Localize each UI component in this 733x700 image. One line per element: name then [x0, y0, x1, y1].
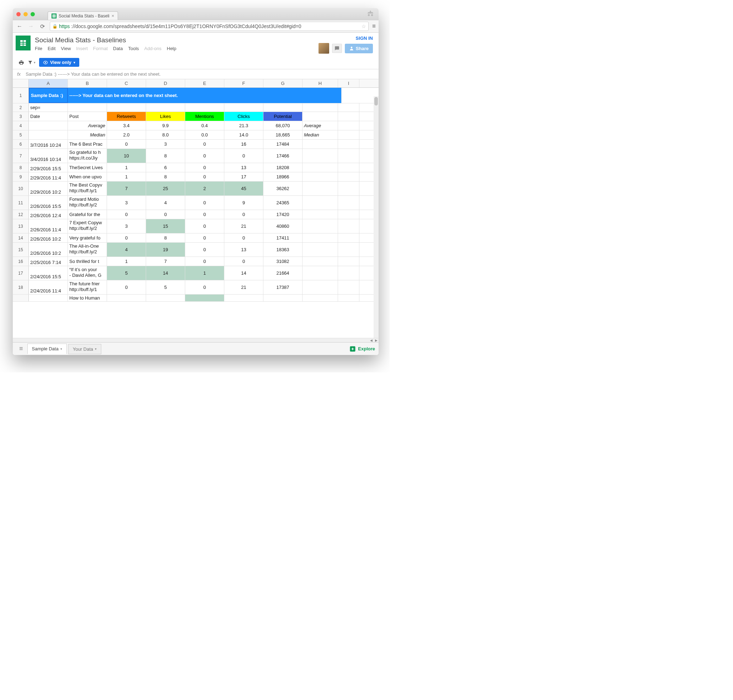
close-tab-icon[interactable]: × [112, 13, 115, 19]
cell[interactable]: 0 [185, 280, 224, 294]
cell[interactable]: 2/29/2016 11:4 [29, 172, 68, 181]
cell[interactable]: 6 [146, 163, 185, 172]
cell[interactable]: 31082 [263, 257, 303, 266]
cell[interactable]: 16 [224, 140, 263, 149]
cell[interactable]: “If it’s on your - David Allen, G [68, 266, 107, 280]
cell[interactable]: The Best Copyvhttp://buff.ly/1 [68, 182, 107, 196]
cell[interactable]: 0 [224, 210, 263, 219]
cell[interactable]: 0 [107, 210, 146, 219]
cell[interactable] [303, 219, 338, 233]
menu-tools[interactable]: Tools [128, 46, 138, 51]
row-header[interactable] [13, 294, 29, 301]
cell[interactable]: 17411 [263, 234, 303, 242]
cell[interactable] [303, 182, 338, 196]
cell[interactable] [185, 294, 224, 301]
row-header[interactable]: 4 [13, 121, 29, 130]
cell[interactable] [303, 172, 338, 181]
cell-banner-rest[interactable]: ------> Your data can be entered on the … [68, 88, 341, 103]
row-header[interactable]: 9 [13, 172, 29, 181]
forward-button[interactable]: → [27, 22, 35, 30]
cell[interactable] [303, 163, 338, 172]
cell[interactable]: 18966 [263, 172, 303, 181]
sheet-tab-sample-data[interactable]: Sample Data▾ [27, 344, 67, 354]
cell[interactable] [303, 149, 338, 163]
cell[interactable] [303, 266, 338, 280]
cell[interactable]: 7 [146, 257, 185, 266]
cell[interactable] [146, 294, 185, 301]
cell[interactable]: 2/26/2016 15:5 [29, 196, 68, 210]
cell[interactable] [338, 196, 359, 210]
cell[interactable]: 17466 [263, 149, 303, 163]
cell[interactable]: 13 [224, 163, 263, 172]
cell[interactable]: 7 Expert Copywhttp://buff.ly/2 [68, 219, 107, 233]
menu-help[interactable]: Help [167, 46, 176, 51]
cell[interactable] [263, 294, 303, 301]
user-avatar[interactable] [318, 43, 329, 54]
cell[interactable]: 2/24/2016 15:5 [29, 266, 68, 280]
cell[interactable]: 0 [185, 234, 224, 242]
scroll-left-icon[interactable]: ◀ [369, 339, 374, 342]
cell[interactable]: 3/4/2016 10:14 [29, 149, 68, 163]
cell[interactable] [338, 294, 359, 301]
close-window-button[interactable] [16, 12, 21, 16]
formula-bar[interactable]: fx Sample Data :) ------> Your data can … [13, 69, 378, 79]
col-A[interactable]: A [29, 79, 68, 87]
vertical-scrollbar[interactable] [374, 96, 378, 338]
cell[interactable]: 18363 [263, 243, 303, 257]
cell[interactable]: 0 [107, 140, 146, 149]
sheet-tab-your-data[interactable]: Your Data▾ [68, 344, 101, 354]
cell[interactable]: The All-in-One http://buff.ly/2 [68, 243, 107, 257]
cell[interactable]: 3/7/2016 10:24 [29, 140, 68, 149]
browser-tab[interactable]: Social Media Stats - Baseli × [48, 11, 118, 20]
cell[interactable]: TheSecret Lives [68, 163, 107, 172]
horizontal-scrollbar[interactable]: ◀ ▶ [13, 338, 378, 342]
cell[interactable]: 3 [107, 196, 146, 210]
row-header[interactable]: 18 [13, 280, 29, 294]
cell[interactable]: 2/29/2016 15:5 [29, 163, 68, 172]
cell[interactable]: 0 [146, 210, 185, 219]
cell[interactable]: How to Human [68, 294, 107, 301]
cell[interactable]: 15 [146, 219, 185, 233]
cell-A2[interactable]: sep= [29, 103, 68, 112]
cell[interactable]: 2 [185, 182, 224, 196]
cell[interactable] [338, 140, 359, 149]
cell[interactable]: 9 [224, 196, 263, 210]
cell[interactable]: 2/24/2016 11:4 [29, 280, 68, 294]
row-header[interactable]: 7 [13, 149, 29, 163]
cell[interactable]: 17420 [263, 210, 303, 219]
cell[interactable] [338, 243, 359, 257]
cell[interactable]: Grateful for the [68, 210, 107, 219]
cell[interactable]: 17484 [263, 140, 303, 149]
bookmark-star-icon[interactable]: ☆ [362, 24, 366, 29]
row-header[interactable]: 12 [13, 210, 29, 219]
explore-button[interactable]: Explore [349, 346, 375, 352]
cell[interactable] [338, 219, 359, 233]
cell[interactable]: So grateful to hhttps://t.co/Jiy [68, 149, 107, 163]
minimize-window-button[interactable] [24, 12, 28, 16]
cell[interactable] [338, 266, 359, 280]
row-header[interactable]: 14 [13, 234, 29, 242]
cell[interactable]: The 6 Best Prac [68, 140, 107, 149]
cell[interactable]: 8 [146, 172, 185, 181]
cell[interactable]: 21664 [263, 266, 303, 280]
cell[interactable]: 17387 [263, 280, 303, 294]
row-header[interactable]: 5 [13, 130, 29, 139]
url-field[interactable]: 🔒 https://docs.google.com/spreadsheets/d… [50, 22, 369, 31]
cell[interactable]: 8 [146, 234, 185, 242]
cell[interactable]: 17 [224, 172, 263, 181]
cell[interactable] [338, 163, 359, 172]
cell[interactable]: When one upvo [68, 172, 107, 181]
col-I[interactable]: I [338, 79, 359, 87]
share-button[interactable]: Share [345, 44, 373, 53]
cell[interactable]: 1 [107, 163, 146, 172]
hdr-date[interactable]: Date [29, 112, 68, 121]
cell[interactable]: 3 [146, 140, 185, 149]
scroll-right-icon[interactable]: ▶ [374, 339, 378, 342]
cell[interactable]: 0 [185, 172, 224, 181]
cell[interactable]: 14 [224, 266, 263, 280]
cell[interactable]: 0 [224, 257, 263, 266]
cell[interactable]: 24365 [263, 196, 303, 210]
cell[interactable]: 45 [224, 182, 263, 196]
cell[interactable] [338, 280, 359, 294]
row-header[interactable]: 2 [13, 103, 29, 112]
